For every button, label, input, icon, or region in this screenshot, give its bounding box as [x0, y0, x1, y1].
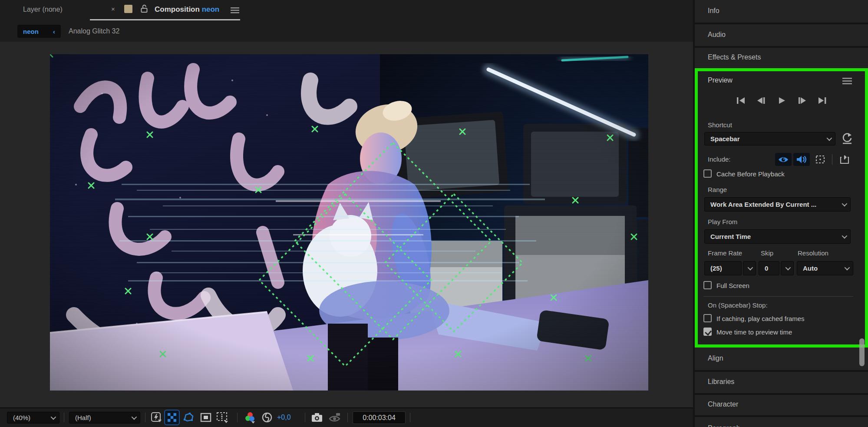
go-to-start-button[interactable] [736, 96, 746, 104]
panel-audio-label: Audio [708, 31, 726, 39]
skip-chevron-button[interactable] [781, 261, 794, 275]
chevron-down-icon [132, 414, 137, 420]
skip-label: Skip [761, 249, 773, 257]
panel-libraries-label: Libraries [708, 378, 734, 386]
toolbar-separator [410, 413, 410, 422]
previous-frame-button[interactable] [756, 96, 766, 104]
include-video-toggle[interactable] [775, 153, 792, 166]
breadcrumb-layer-name: Analog Glitch 32 [69, 27, 119, 35]
panel-info[interactable]: Info [695, 0, 868, 23]
shortcut-dropdown[interactable]: Spacebar [704, 132, 835, 146]
chevron-down-icon [842, 233, 848, 239]
panel-paragraph-partial[interactable]: Paragraph [695, 417, 868, 427]
panel-effects-presets-label: Effects & Presets [708, 53, 761, 61]
move-time-label: Move time to preview time [716, 328, 792, 336]
chevron-down-icon [827, 136, 832, 141]
reset-icon[interactable] [841, 132, 853, 145]
play-from-label: Play From [708, 218, 737, 225]
include-label: Include: [708, 156, 731, 163]
include-overlays-toggle[interactable] [812, 153, 828, 166]
title-action-safe-button[interactable] [199, 410, 213, 424]
panel-scrollbar-thumb[interactable] [859, 338, 865, 366]
shortcut-value: Spacebar [710, 135, 740, 142]
full-screen-checkbox[interactable] [703, 281, 712, 289]
section-divider [703, 296, 853, 297]
comp-color-swatch[interactable] [124, 5, 132, 13]
cache-before-playback-checkbox[interactable] [703, 169, 712, 178]
resolution-dropdown[interactable]: (Half) [69, 412, 140, 424]
shortcut-label: Shortcut [708, 121, 732, 129]
on-stop-label: On (Spacebar) Stop: [708, 301, 768, 309]
panel-menu-icon[interactable] [231, 7, 239, 13]
panel-libraries[interactable]: Libraries [695, 372, 868, 393]
magnification-dropdown[interactable]: (40%) [7, 412, 59, 424]
preview-title: Preview [708, 76, 733, 84]
skip-value-box[interactable]: 0 [759, 261, 779, 275]
include-audio-toggle[interactable] [793, 153, 810, 166]
panel-preview: Preview [695, 68, 868, 348]
composition-viewer-image[interactable] [50, 54, 648, 391]
frame-rate-label: Frame Rate [708, 249, 742, 257]
toolbar-separator [64, 413, 64, 422]
show-snapshot-button[interactable] [328, 410, 342, 424]
toolbar-separator [347, 413, 348, 422]
magnification-value: (40%) [13, 414, 30, 421]
go-to-end-button[interactable] [817, 96, 828, 104]
range-value: Work Area Extended By Current ... [710, 201, 816, 208]
range-label: Range [708, 186, 727, 193]
frame-rate-chevron-button[interactable] [743, 261, 756, 275]
play-from-value: Current Time [710, 233, 751, 240]
close-tab-icon[interactable]: × [111, 5, 115, 13]
panel-effects-presets[interactable]: Effects & Presets [695, 48, 868, 68]
show-channel-button[interactable] [243, 410, 257, 424]
skip-value: 0 [765, 265, 768, 272]
after-effects-window: Layer (none) × Composition neon neon ‹ A… [0, 0, 868, 427]
region-of-interest-button[interactable] [182, 410, 195, 424]
resolution-preview-dropdown[interactable]: Auto [797, 261, 853, 275]
eye-icon [778, 156, 789, 163]
breadcrumb-comp-name: neon [23, 28, 39, 35]
glitch-scene [50, 54, 648, 391]
exposure-value[interactable]: +0,0 [277, 414, 291, 421]
tab-layer[interactable]: Layer (none) [23, 6, 63, 13]
viewer-tab-strip: Layer (none) × Composition neon neon ‹ A… [0, 0, 693, 42]
chevron-down-icon [51, 414, 56, 420]
fast-previews-button[interactable] [149, 410, 163, 424]
range-dropdown[interactable]: Work Area Extended By Current ... [704, 197, 851, 212]
take-snapshot-button[interactable] [310, 410, 324, 424]
frame-rate-value-box[interactable]: (25) [704, 261, 742, 275]
speaker-icon [796, 155, 807, 164]
toolbar-separator [237, 413, 238, 422]
chevron-down-icon [747, 265, 753, 271]
panel-align[interactable]: Align [695, 348, 868, 370]
preview-timecode[interactable]: 0:00:03:04 [353, 411, 406, 424]
panel-paragraph-label: Paragraph [708, 424, 740, 427]
chevron-down-icon [845, 265, 850, 271]
transport-controls [698, 96, 865, 104]
move-time-checkbox[interactable] [703, 328, 712, 336]
play-button[interactable] [776, 96, 787, 104]
transparency-grid-button[interactable] [165, 410, 179, 424]
chevron-down-icon [785, 265, 791, 271]
tab-composition-label: Composition [155, 5, 200, 13]
if-caching-checkbox[interactable] [703, 314, 712, 322]
tab-composition-name: neon [202, 5, 220, 13]
panel-character[interactable]: Character [695, 395, 868, 415]
preview-on-device-button[interactable] [837, 153, 853, 166]
adjust-exposure-icon[interactable] [260, 410, 274, 424]
next-frame-button[interactable] [797, 96, 807, 104]
preview-menu-icon[interactable] [842, 78, 852, 85]
panel-audio[interactable]: Audio [695, 24, 868, 46]
panel-character-label: Character [708, 401, 738, 408]
resolution-value: (Half) [75, 414, 91, 421]
include-separator [832, 154, 832, 165]
tab-composition[interactable]: Composition neon [155, 5, 219, 14]
grid-guides-button[interactable] [215, 410, 229, 424]
composition-viewer-pane [0, 42, 693, 407]
unlock-icon[interactable] [140, 4, 149, 13]
breadcrumb-comp-chip[interactable]: neon ‹ [17, 25, 61, 38]
toolbar-separator [305, 413, 305, 422]
resolution-label: Resolution [798, 249, 828, 257]
play-from-dropdown[interactable]: Current Time [704, 229, 851, 244]
output-device-icon [840, 155, 850, 164]
